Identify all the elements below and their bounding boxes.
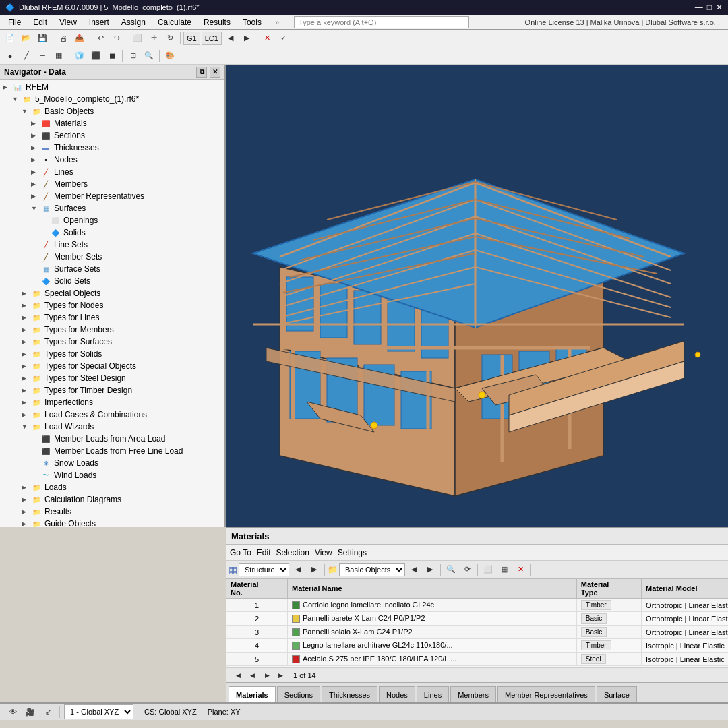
nav-line-sets[interactable]: ▶ ╱ Line Sets <box>0 239 224 251</box>
zoom-fit[interactable]: ⊡ <box>125 49 140 63</box>
nav-materials[interactable]: ▶ 🟥 Materials <box>0 117 224 129</box>
nav-special-objects[interactable]: ▶ 📁 Special Objects <box>0 287 224 299</box>
nav-results[interactable]: ▶ 📁 Results <box>0 506 224 518</box>
nav-guide-objects[interactable]: ▶ 📁 Guide Objects <box>0 518 224 527</box>
nav-types-surfaces[interactable]: ▶ 📁 Types for Surfaces <box>0 336 224 348</box>
filter-btn[interactable]: 🔍 <box>444 562 458 577</box>
tab-materials[interactable]: Materials <box>229 686 276 702</box>
nav-types-solids[interactable]: ▶ 📁 Types for Solids <box>0 348 224 360</box>
nav-solids[interactable]: ▶ 🔷 Solids <box>0 226 224 239</box>
nav-member-loads-area[interactable]: ▶ ⬛ Member Loads from Area Load <box>0 433 224 445</box>
nav-controls[interactable]: ⧉ ✕ <box>196 67 220 78</box>
delete-row-btn[interactable]: ✕ <box>513 562 528 577</box>
node-tool[interactable]: ● <box>3 49 18 63</box>
table-row[interactable]: 3 Pannelli solaio X-Lam C24 P1/P2 Basic … <box>226 626 729 639</box>
render-btn[interactable]: 🎨 <box>162 49 177 63</box>
nav-surface-sets[interactable]: ▶ ▦ Surface Sets <box>0 263 224 275</box>
basic-objects-dropdown[interactable]: Basic Objects <box>339 563 405 576</box>
menu-tools[interactable]: Tools <box>237 16 267 28</box>
move-btn[interactable]: ✛ <box>146 31 161 46</box>
nav-basic-objects[interactable]: ▼ 📁 Basic Objects <box>0 105 224 117</box>
menu-file[interactable]: File <box>3 16 26 28</box>
viewport-3d[interactable] <box>226 65 728 527</box>
nav-openings[interactable]: ▶ ⬜ Openings <box>0 214 224 226</box>
tab-member-representatives[interactable]: Member Representatives <box>497 686 595 702</box>
tab-thicknesses[interactable]: Thicknesses <box>322 686 377 702</box>
nav-member-reps[interactable]: ▶ ╱ Member Representatives <box>0 190 224 202</box>
new-btn[interactable]: 📄 <box>3 31 18 46</box>
panel-menu-edit[interactable]: Edit <box>257 548 271 557</box>
undo-btn[interactable]: ↩ <box>93 31 108 46</box>
next-page-btn[interactable]: ▶ <box>261 669 273 681</box>
select-btn[interactable]: ⬜ <box>130 31 145 46</box>
first-page-btn[interactable]: |◀ <box>231 669 243 681</box>
panel-menu-selection[interactable]: Selection <box>276 548 309 557</box>
table-row[interactable]: 1 Cordolo legno lamellare incollato GL24… <box>226 599 729 612</box>
nav-types-lines[interactable]: ▶ 📁 Types for Lines <box>0 311 224 324</box>
nav-solid-sets[interactable]: ▶ 🔷 Solid Sets <box>0 275 224 287</box>
prev-struct-btn[interactable]: ◀ <box>291 562 305 577</box>
tab-surface[interactable]: Surface <box>597 686 637 702</box>
tab-sections[interactable]: Sections <box>277 686 320 702</box>
menu-insert[interactable]: Insert <box>84 16 115 28</box>
sync-btn[interactable]: ⟳ <box>460 562 475 577</box>
nav-thicknesses[interactable]: ▶ ▬ Thicknesses <box>0 142 224 154</box>
nav-member-loads-line[interactable]: ▶ ⬛ Member Loads from Free Line Load <box>0 445 224 457</box>
nav-sections[interactable]: ▶ ⬛ Sections <box>0 129 224 142</box>
nav-types-special[interactable]: ▶ 📁 Types for Special Objects <box>0 360 224 372</box>
save-btn[interactable]: 💾 <box>35 31 50 46</box>
menu-assign[interactable]: Assign <box>116 16 151 28</box>
view-selector[interactable]: 1 - Global XYZ <box>64 704 133 719</box>
last-page-btn[interactable]: ▶| <box>276 669 288 681</box>
rfem-root[interactable]: ▶ 📊 RFEM <box>0 81 224 93</box>
export-btn[interactable]: 📤 <box>72 31 87 46</box>
close-btn[interactable]: ✕ <box>716 3 723 12</box>
arrow-btn[interactable]: ↙ <box>40 704 55 719</box>
next-struct-btn[interactable]: ▶ <box>307 562 322 577</box>
minimize-btn[interactable]: — <box>695 3 703 12</box>
prev-basic-btn[interactable]: ◀ <box>406 562 421 577</box>
nav-snow-loads[interactable]: ▶ ❄ Snow Loads <box>0 457 224 469</box>
nav-types-nodes[interactable]: ▶ 📁 Types for Nodes <box>0 299 224 311</box>
nav-types-steel[interactable]: ▶ 📁 Types for Steel Design <box>0 372 224 384</box>
open-btn[interactable]: 📂 <box>19 31 34 46</box>
view-front[interactable]: ◼ <box>104 49 119 63</box>
nav-surfaces[interactable]: ▼ ▦ Surfaces <box>0 202 224 214</box>
camera-btn[interactable]: 🎥 <box>23 704 38 719</box>
table-view-btn[interactable]: ⬜ <box>481 562 495 577</box>
surface-tool[interactable]: ▦ <box>51 49 66 63</box>
menu-results[interactable]: Results <box>198 16 236 28</box>
nav-lines[interactable]: ▶ ╱ Lines <box>0 166 224 178</box>
search-input[interactable] <box>294 16 469 28</box>
prev-page-btn[interactable]: ◀ <box>246 669 258 681</box>
nav-imperfections[interactable]: ▶ 📁 Imperfections <box>0 396 224 408</box>
next-lc-btn[interactable]: ▶ <box>239 31 254 46</box>
table-row[interactable]: 2 Pannelli parete X-Lam C24 P0/P1/P2 Bas… <box>226 612 729 626</box>
zoom-in[interactable]: 🔍 <box>142 49 156 63</box>
nav-load-cases[interactable]: ▶ 📁 Load Cases & Combinations <box>0 408 224 421</box>
nav-calc-diagrams[interactable]: ▶ 📁 Calculation Diagrams <box>0 493 224 506</box>
check-btn[interactable]: ✓ <box>276 31 291 46</box>
prev-lc-btn[interactable]: ◀ <box>223 31 238 46</box>
tab-nodes[interactable]: Nodes <box>379 686 415 702</box>
nav-file[interactable]: ▼ 📁 5_Modello_completo_(1).rf6* <box>0 93 224 105</box>
eye-btn[interactable]: 👁 <box>5 704 20 719</box>
structure-dropdown[interactable]: Structure <box>239 563 289 576</box>
maximize-btn[interactable]: □ <box>707 3 712 12</box>
table-row[interactable]: 5 Acciaio S 275 per IPE 180/C 180/HEA 12… <box>226 653 729 666</box>
nav-close-btn[interactable]: ✕ <box>210 67 220 78</box>
nav-types-timber[interactable]: ▶ 📁 Types for Timber Design <box>0 384 224 396</box>
run-btn[interactable]: ✕ <box>260 31 275 46</box>
redo-btn[interactable]: ↪ <box>109 31 124 46</box>
panel-menu-settings[interactable]: Settings <box>338 548 367 557</box>
nav-float-btn[interactable]: ⧉ <box>196 67 207 78</box>
tab-lines[interactable]: Lines <box>417 686 449 702</box>
nav-nodes[interactable]: ▶ • Nodes <box>0 154 224 166</box>
tab-members[interactable]: Members <box>450 686 496 702</box>
rotate-btn[interactable]: ↻ <box>162 31 177 46</box>
table-grid-btn[interactable]: ▦ <box>497 562 512 577</box>
nav-load-wizards[interactable]: ▼ 📁 Load Wizards <box>0 421 224 433</box>
next-basic-btn[interactable]: ▶ <box>423 562 437 577</box>
view-3d[interactable]: 🧊 <box>72 49 87 63</box>
panel-menu-view[interactable]: View <box>315 548 332 557</box>
